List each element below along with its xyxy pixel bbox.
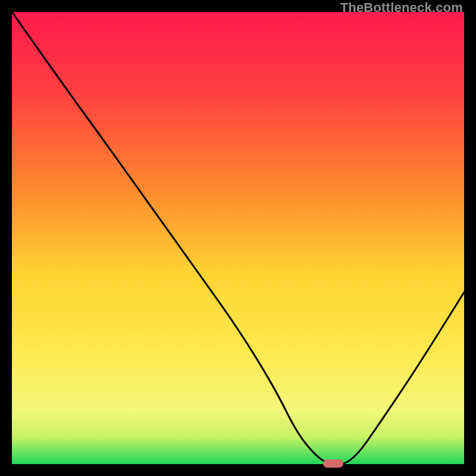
chart-background [12, 12, 464, 464]
chart-frame [12, 12, 464, 464]
optimal-marker [323, 459, 343, 468]
watermark-text: TheBottleneck.com [340, 0, 463, 15]
svg-rect-0 [12, 12, 464, 464]
